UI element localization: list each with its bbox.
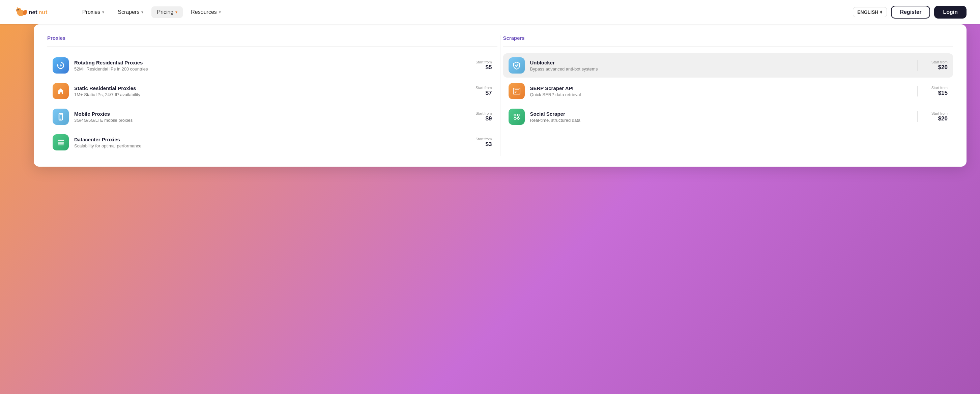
svg-point-4 [16, 10, 17, 11]
svg-rect-12 [58, 140, 64, 141]
resources-label: Resources [191, 9, 216, 15]
social-scraper-price-label: Start from [923, 111, 948, 115]
proxies-column: Proxies Rotating Residential Proxies 52M… [47, 35, 498, 156]
static-residential-price-value: $7 [485, 90, 492, 96]
static-residential-price-label: Start from [468, 86, 492, 90]
datacenter-text: Datacenter Proxies Scalability for optim… [74, 137, 456, 148]
register-button[interactable]: Register [891, 6, 930, 19]
rotating-residential-icon [52, 57, 69, 73]
nav-right: ENGLISH ⬍ Register Login [853, 6, 967, 19]
social-scraper-text: Social Scraper Real-time, structured dat… [530, 111, 912, 123]
svg-point-1 [16, 8, 22, 13]
rotating-residential-price-value: $5 [485, 64, 492, 70]
svg-point-22 [517, 117, 519, 120]
scrapers-section-header: Scrapers [503, 35, 953, 46]
unblocker-title: Unblocker [530, 60, 912, 65]
datacenter-price: Start from $3 [462, 137, 492, 148]
resources-chevron-icon: ▾ [219, 10, 221, 14]
datacenter-price-label: Start from [468, 137, 492, 141]
mobile-proxies-title: Mobile Proxies [74, 111, 456, 117]
unblocker-icon [509, 57, 525, 73]
language-label: ENGLISH [857, 10, 878, 15]
pricing-chevron-icon: ▾ [175, 10, 177, 14]
logo[interactable]: net nut [13, 4, 61, 21]
unblocker-price-value: $20 [938, 64, 948, 70]
svg-point-8 [60, 64, 62, 67]
nav-item-scrapers[interactable]: Scrapers ▾ [112, 6, 149, 18]
svg-rect-13 [58, 142, 64, 144]
datacenter-icon [52, 134, 69, 150]
rotating-residential-text: Rotating Residential Proxies 52M+ Reside… [74, 60, 456, 72]
scrapers-column: Scrapers Unblocker Bypass advanced anti-… [503, 35, 953, 156]
scrapers-chevron-icon: ▾ [141, 10, 143, 14]
unblocker-price-label: Start from [923, 60, 948, 64]
unblocker-text: Unblocker Bypass advanced anti-bot syste… [530, 60, 912, 72]
svg-point-21 [514, 117, 516, 120]
svg-point-20 [517, 114, 519, 116]
nav-links: Proxies ▾ Scrapers ▾ Pricing ▾ Resources… [77, 6, 853, 18]
rotating-residential-desc: 52M+ Residential IPs in 200 countries [74, 67, 456, 72]
unblocker-desc: Bypass advanced anti-bot systems [530, 67, 912, 72]
mobile-proxies-price-label: Start from [468, 111, 492, 115]
social-scraper-desc: Real-time, structured data [530, 118, 912, 123]
serp-scraper-title: SERP Scraper API [530, 85, 912, 91]
menu-item-unblocker[interactable]: Unblocker Bypass advanced anti-bot syste… [503, 53, 953, 78]
menu-item-datacenter[interactable]: Datacenter Proxies Scalability for optim… [47, 130, 498, 155]
mobile-proxies-icon [52, 108, 69, 125]
menu-item-serp-scraper[interactable]: SERP Scraper API Quick SERP data retriev… [503, 79, 953, 103]
rotating-residential-price-label: Start from [468, 60, 492, 64]
static-residential-icon [52, 83, 69, 99]
unblocker-price: Start from $20 [917, 60, 948, 71]
svg-point-3 [18, 10, 18, 10]
svg-marker-7 [57, 64, 59, 65]
social-scraper-title: Social Scraper [530, 111, 912, 117]
mobile-proxies-price-value: $9 [485, 115, 492, 122]
social-scraper-price-value: $20 [938, 115, 948, 122]
scrapers-label: Scrapers [118, 9, 139, 15]
serp-scraper-price: Start from $15 [917, 86, 948, 96]
rotating-residential-title: Rotating Residential Proxies [74, 60, 456, 65]
proxies-chevron-icon: ▾ [102, 10, 104, 14]
svg-text:nut: nut [38, 9, 48, 16]
static-residential-title: Static Residential Proxies [74, 85, 456, 91]
menu-item-static-residential[interactable]: Static Residential Proxies 1M+ Static IP… [47, 79, 498, 103]
pricing-label: Pricing [157, 9, 173, 15]
rotating-residential-price: Start from $5 [462, 60, 492, 71]
svg-rect-14 [58, 144, 64, 145]
social-scraper-icon [509, 108, 525, 125]
mobile-proxies-desc: 3G/4G/5G/LTE mobile proxies [74, 118, 456, 123]
mobile-proxies-price: Start from $9 [462, 111, 492, 122]
nav-item-proxies[interactable]: Proxies ▾ [77, 6, 110, 18]
menu-item-social-scraper[interactable]: Social Scraper Real-time, structured dat… [503, 105, 953, 129]
menu-item-mobile-proxies[interactable]: Mobile Proxies 3G/4G/5G/LTE mobile proxi… [47, 105, 498, 129]
nav-item-pricing[interactable]: Pricing ▾ [151, 6, 183, 18]
serp-scraper-price-value: $15 [938, 90, 948, 96]
lang-chevron-icon: ⬍ [880, 10, 883, 14]
datacenter-desc: Scalability for optimal performance [74, 144, 456, 148]
svg-point-10 [60, 119, 61, 120]
static-residential-price: Start from $7 [462, 86, 492, 96]
datacenter-price-value: $3 [485, 141, 492, 147]
static-residential-text: Static Residential Proxies 1M+ Static IP… [74, 85, 456, 97]
proxies-label: Proxies [82, 9, 100, 15]
svg-text:net: net [29, 9, 37, 16]
serp-scraper-desc: Quick SERP data retrieval [530, 92, 912, 97]
dropdown-panel: Proxies Rotating Residential Proxies 52M… [34, 24, 967, 167]
svg-point-19 [514, 114, 516, 116]
menu-item-rotating-residential[interactable]: Rotating Residential Proxies 52M+ Reside… [47, 53, 498, 78]
social-scraper-price: Start from $20 [917, 111, 948, 122]
serp-scraper-price-label: Start from [923, 86, 948, 90]
proxies-section-header: Proxies [47, 35, 498, 46]
nav-item-resources[interactable]: Resources ▾ [186, 6, 226, 18]
datacenter-title: Datacenter Proxies [74, 137, 456, 142]
mobile-proxies-text: Mobile Proxies 3G/4G/5G/LTE mobile proxi… [74, 111, 456, 123]
navbar: net nut Proxies ▾ Scrapers ▾ Pricing ▾ R… [0, 0, 980, 24]
serp-scraper-icon [509, 83, 525, 99]
language-selector[interactable]: ENGLISH ⬍ [853, 7, 887, 17]
login-button[interactable]: Login [934, 6, 967, 19]
serp-scraper-text: SERP Scraper API Quick SERP data retriev… [530, 85, 912, 97]
static-residential-desc: 1M+ Static IPs, 24/7 IP availability [74, 92, 456, 97]
